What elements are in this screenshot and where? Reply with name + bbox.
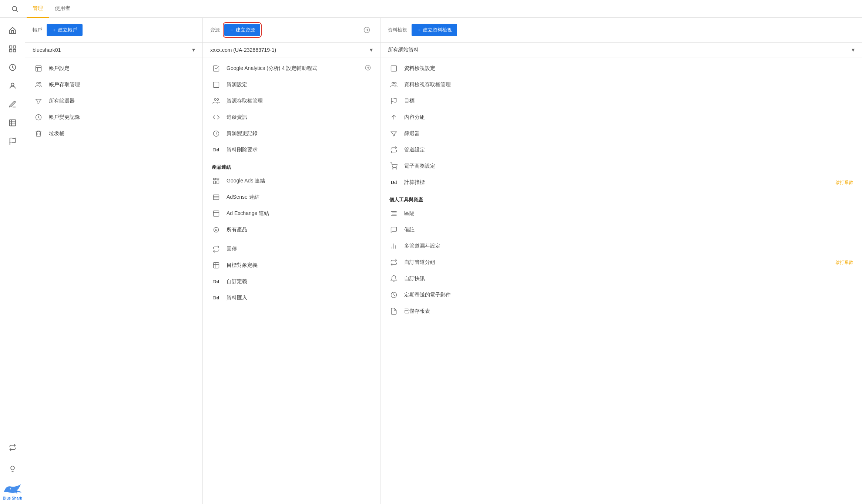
adsense-item[interactable]: AdSense 連結 — [203, 189, 380, 205]
tracking-info-item[interactable]: 追蹤資訊 — [203, 109, 380, 125]
custom-alerts-item[interactable]: 自訂快訊 — [380, 271, 862, 287]
svg-point-42 — [395, 82, 396, 84]
google-ads-item[interactable]: Google Ads 連結 — [203, 173, 380, 189]
all-products-text: 所有產品 — [227, 226, 371, 233]
filters-icon — [389, 129, 398, 138]
property-dropdown[interactable]: xxxx.com (UA-232663719-1) ▾ — [203, 43, 380, 57]
create-dataview-button[interactable]: ＋ 建立資料檢視 — [412, 24, 457, 36]
property-change-icon — [212, 129, 221, 138]
account-dropdown-arrow: ▾ — [192, 46, 195, 53]
dataview-dropdown[interactable]: 所有網站資料 ▾ — [380, 43, 862, 57]
account-label: 帳戶 — [33, 27, 42, 33]
sidebar-icon-share[interactable] — [4, 439, 21, 456]
custom-channel-icon — [389, 258, 398, 267]
data-import-text: 資料匯入 — [227, 295, 371, 301]
create-account-button[interactable]: ＋ 建立帳戶 — [47, 24, 83, 36]
ad-exchange-item[interactable]: Ad Exchange 連結 — [203, 205, 380, 222]
svg-point-41 — [392, 82, 394, 84]
multi-channel-item[interactable]: 多管道漏斗設定 — [380, 238, 862, 254]
content-group-item[interactable]: 內容分組 — [380, 109, 862, 125]
notes-item[interactable]: 備註 — [380, 222, 862, 238]
ga4-setup-icon — [212, 64, 221, 73]
sidebar-icon-clock[interactable] — [4, 58, 21, 76]
data-delete-item[interactable]: Dd 資料刪除要求 — [203, 142, 380, 158]
view-settings-icon — [389, 64, 398, 73]
product-links-section-title: 產品連結 — [203, 158, 380, 173]
property-label: 資源 — [210, 27, 220, 33]
account-column: 帳戶 ＋ 建立帳戶 blueshark01 ▾ — [25, 18, 203, 504]
create-property-button[interactable]: ＋ 建立資源 — [224, 24, 260, 36]
google-ads-text: Google Ads 連結 — [227, 178, 371, 184]
data-delete-text: 資料刪除要求 — [227, 147, 371, 153]
all-products-item[interactable]: 所有產品 — [203, 222, 380, 238]
account-change-item[interactable]: 帳戶變更記錄 — [25, 109, 202, 125]
account-settings-item[interactable]: 帳戶設定 — [25, 60, 202, 77]
dataview-dropdown-arrow: ▾ — [852, 46, 855, 53]
multi-channel-text: 多管道漏斗設定 — [404, 243, 853, 249]
ad-exchange-text: Ad Exchange 連結 — [227, 210, 371, 217]
svg-rect-40 — [391, 66, 397, 71]
logo-text: Blue Shark — [3, 496, 22, 500]
custom-channel-item[interactable]: 自訂管道分組 啟打系數 — [380, 254, 862, 271]
scheduled-email-item[interactable]: 定期寄送的電子郵件 — [380, 287, 862, 303]
trash-item[interactable]: 垃圾桶 — [25, 125, 202, 142]
account-settings-text: 帳戶設定 — [49, 65, 194, 72]
property-settings-item[interactable]: 資源設定 — [203, 77, 380, 93]
account-change-icon — [34, 113, 43, 122]
property-column-header: 資源 ＋ 建立資源 — [203, 18, 380, 43]
custom-def-item[interactable]: Dd 自訂定義 — [203, 273, 380, 290]
ecommerce-text: 電子商務設定 — [404, 163, 853, 169]
audience-item[interactable]: 目標對象定義 — [203, 257, 380, 273]
calc-metrics-item[interactable]: Dd 計算指標 啟打系數 — [380, 174, 862, 191]
calc-metrics-badge: 啟打系數 — [835, 179, 853, 186]
data-import-item[interactable]: Dd 資料匯入 — [203, 290, 380, 306]
dataview-column: 資料檢視 ＋ 建立資料檢視 所有網站資料 ▾ 資 — [380, 18, 862, 504]
sidebar-icon-home[interactable] — [4, 21, 21, 39]
svg-point-47 — [396, 169, 397, 169]
saved-reports-item[interactable]: 已儲存報表 — [380, 303, 862, 319]
data-import-icon: Dd — [212, 293, 221, 302]
svg-point-39 — [214, 227, 218, 232]
sidebar: Blue Shark — [0, 18, 25, 504]
channel-settings-item[interactable]: 管道設定 — [380, 142, 862, 158]
sidebar-icon-flag[interactable] — [4, 132, 21, 150]
import-item[interactable]: 回傳 — [203, 241, 380, 257]
property-access-item[interactable]: 資源存取權管理 — [203, 93, 380, 109]
adsense-icon — [212, 193, 221, 202]
property-dropdown-arrow: ▾ — [370, 46, 373, 53]
account-dropdown[interactable]: blueshark01 ▾ — [25, 43, 202, 57]
sidebar-icon-tools[interactable] — [4, 95, 21, 113]
segments-item[interactable]: 區隔 — [380, 205, 862, 222]
view-settings-item[interactable]: 資料檢視設定 — [380, 60, 862, 77]
svg-point-18 — [39, 82, 41, 84]
sidebar-icon-grid[interactable] — [4, 40, 21, 58]
ecommerce-item[interactable]: 電子商務設定 — [380, 158, 862, 174]
search-button[interactable] — [6, 0, 24, 18]
calc-metrics-icon: Dd — [389, 178, 398, 187]
property-settings-text: 資源設定 — [227, 81, 371, 88]
goals-item[interactable]: 目標 — [380, 93, 862, 109]
svg-point-26 — [214, 98, 216, 100]
saved-reports-icon — [389, 307, 398, 316]
filters-item[interactable]: 篩選器 — [380, 125, 862, 142]
svg-rect-30 — [217, 178, 219, 180]
property-change-item[interactable]: 資源變更記錄 — [203, 125, 380, 142]
svg-point-0 — [12, 6, 17, 11]
all-filters-item[interactable]: 所有篩選器 — [25, 93, 202, 109]
notes-icon — [389, 225, 398, 234]
sidebar-icon-bulb[interactable] — [4, 460, 21, 478]
view-access-item[interactable]: 資料檢視存取權管理 — [380, 77, 862, 93]
tab-manage[interactable]: 管理 — [27, 0, 49, 18]
account-access-item[interactable]: 帳戶存取管理 — [25, 77, 202, 93]
svg-rect-5 — [13, 50, 15, 52]
svg-rect-36 — [214, 211, 219, 216]
view-access-icon — [389, 80, 398, 89]
account-column-header: 帳戶 ＋ 建立帳戶 — [25, 18, 202, 43]
ga4-setup-item[interactable]: Google Analytics (分析) 4 設定輔助程式 — [203, 60, 380, 77]
tab-users[interactable]: 使用者 — [49, 0, 76, 18]
notes-text: 備註 — [404, 226, 853, 233]
sidebar-icon-table[interactable] — [4, 114, 21, 132]
property-access-text: 資源存取權管理 — [227, 98, 371, 104]
svg-rect-2 — [9, 46, 11, 48]
sidebar-icon-person[interactable] — [4, 77, 21, 95]
